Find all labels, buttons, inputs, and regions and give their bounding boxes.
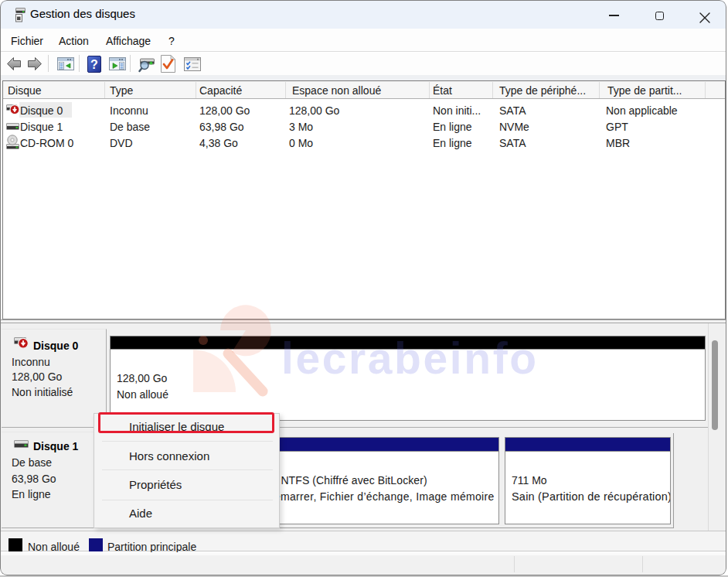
svg-text:?: ? bbox=[90, 58, 98, 71]
